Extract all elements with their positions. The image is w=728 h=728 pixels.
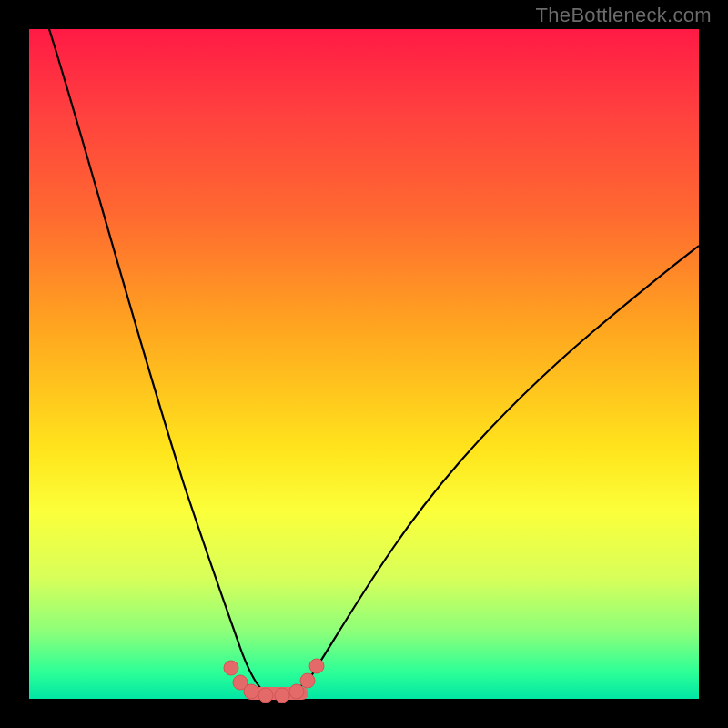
plot-area [29, 29, 699, 699]
marker-dot [244, 684, 258, 699]
marker-dot [309, 659, 324, 673]
chart-frame: TheBottleneck.com [0, 0, 728, 728]
marker-dot [258, 688, 273, 703]
marker-dot [300, 673, 315, 688]
curve-left [49, 29, 262, 690]
marker-dot [275, 688, 289, 703]
minimum-markers [224, 659, 324, 703]
curve-right [309, 246, 699, 679]
curve-svg [29, 29, 699, 699]
marker-dot [289, 684, 304, 699]
watermark-text: TheBottleneck.com [536, 4, 712, 27]
marker-dot [224, 661, 238, 675]
